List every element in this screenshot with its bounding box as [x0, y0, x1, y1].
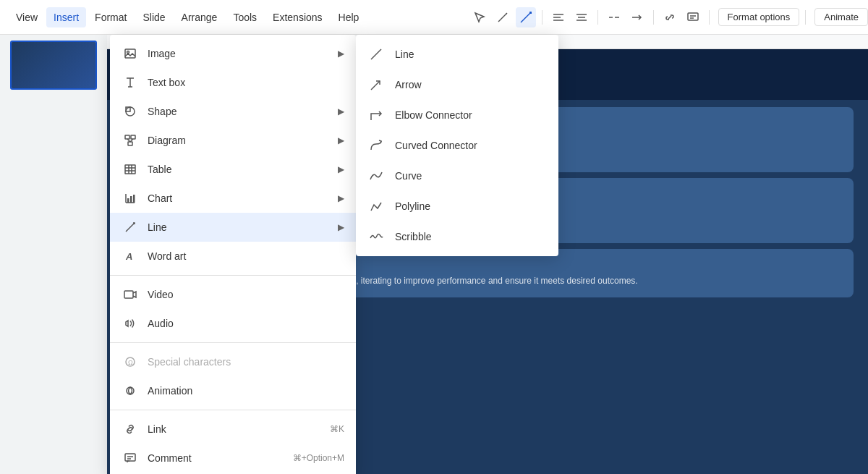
select-tool-btn[interactable]	[469, 7, 490, 27]
align-center-btn[interactable]	[571, 7, 592, 27]
insert-shape-arrow: ▶	[338, 106, 344, 117]
line-option-arrow-icon	[367, 76, 385, 93]
svg-rect-48	[127, 198, 129, 203]
insert-link-label: Link	[148, 423, 330, 435]
line-option-elbow-label: Elbow Connector	[395, 109, 472, 121]
svg-point-56	[127, 387, 134, 394]
line-option-elbow[interactable]: Elbow Connector	[356, 100, 558, 130]
image-icon	[122, 45, 139, 62]
svg-rect-57	[125, 454, 135, 461]
line-option-line-label: Line	[395, 48, 414, 60]
svg-text:Ω: Ω	[128, 359, 133, 366]
insert-table-arrow: ▶	[338, 164, 344, 174]
insert-dropdown-menu: Image ▶ Text box Shape ▶	[110, 35, 356, 474]
align-left-btn[interactable]	[548, 7, 569, 27]
line-submenu: Line Arrow Elbow Connector Curve	[356, 35, 558, 256]
arrow-style-btn[interactable]	[627, 7, 647, 27]
toolbar-divider-2	[597, 10, 598, 25]
insert-diagram-arrow: ▶	[338, 135, 344, 145]
insert-special-item: Ω Special characters	[110, 347, 356, 376]
svg-line-0	[498, 13, 507, 22]
line-option-polyline-label: Polyline	[395, 200, 430, 212]
line-tool-btn[interactable]	[493, 7, 513, 27]
slide-thumbnail-1[interactable]	[10, 41, 97, 90]
line-option-polyline[interactable]: Polyline	[356, 191, 558, 221]
line-option-scribble[interactable]: Scribble	[356, 221, 558, 252]
insert-video-label: Video	[148, 289, 344, 300]
svg-rect-29	[125, 49, 135, 58]
insert-comment-label: Comment	[148, 452, 293, 464]
chart-icon	[122, 190, 139, 207]
menu-slide[interactable]: Slide	[135, 7, 172, 27]
svg-text:A: A	[125, 251, 132, 262]
line-option-curved-connector[interactable]: Curved Connector	[356, 130, 558, 161]
menu-format[interactable]: Format	[88, 7, 134, 27]
insert-image-label: Image	[148, 48, 338, 59]
menu-help[interactable]: Help	[331, 7, 367, 27]
toolbar-divider-5	[805, 10, 806, 25]
line-option-arrow[interactable]: Arrow	[356, 69, 558, 100]
link-btn[interactable]	[660, 7, 680, 27]
line-option-curve-icon	[367, 167, 385, 185]
shape-icon	[122, 103, 139, 120]
line-option-line[interactable]: Line	[356, 39, 558, 69]
insert-comment-shortcut: ⌘+Option+M	[293, 453, 344, 463]
svg-line-2	[521, 12, 531, 22]
insert-animation-item[interactable]: Animation	[110, 376, 356, 405]
line-style-btn[interactable]	[604, 7, 624, 27]
insert-chart-label: Chart	[148, 192, 338, 204]
insert-line-arrow: ▶	[338, 222, 344, 232]
insert-shape-item[interactable]: Shape ▶	[110, 97, 356, 126]
line-option-elbow-icon	[367, 106, 385, 124]
insert-video-item[interactable]: Video	[110, 280, 356, 309]
comment-menu-icon	[122, 449, 139, 467]
svg-line-51	[126, 223, 135, 232]
menu-tools[interactable]: Tools	[226, 7, 264, 27]
line-option-curve[interactable]: Curve	[356, 161, 558, 191]
diagram-icon	[122, 132, 139, 149]
menu-extensions[interactable]: Extensions	[265, 7, 329, 27]
animate-btn[interactable]: Animate	[814, 8, 868, 26]
insert-diagram-item[interactable]: Diagram ▶	[110, 126, 356, 155]
insert-image-item[interactable]: Image ▶	[110, 39, 356, 68]
insert-image-arrow: ▶	[338, 48, 344, 59]
animation-icon	[122, 382, 139, 399]
insert-link-item[interactable]: Link ⌘K	[110, 415, 356, 444]
insert-chart-item[interactable]: Chart ▶	[110, 184, 356, 213]
line-option-scribble-label: Scribble	[395, 231, 432, 242]
insert-textbox-item[interactable]: Text box	[110, 68, 356, 97]
insert-chart-arrow: ▶	[338, 193, 344, 203]
menu-arrange[interactable]: Arrange	[174, 7, 225, 27]
svg-rect-41	[125, 165, 135, 174]
toolbar-divider-3	[653, 10, 654, 25]
toolbar-divider-4	[709, 10, 710, 25]
comment-btn[interactable]	[683, 7, 703, 27]
insert-special-label: Special characters	[148, 356, 344, 368]
menu-insert[interactable]: Insert	[46, 7, 86, 27]
svg-rect-36	[125, 135, 129, 139]
insert-line-label: Line	[148, 221, 338, 233]
slides-panel	[0, 35, 107, 474]
insert-line-item[interactable]: Line ▶	[110, 213, 356, 242]
format-options-btn[interactable]: Format options	[718, 8, 800, 26]
insert-shape-label: Shape	[148, 106, 338, 117]
svg-rect-50	[133, 195, 135, 203]
svg-rect-37	[131, 135, 135, 139]
insert-textbox-label: Text box	[148, 77, 344, 88]
line-option-curved-connector-icon	[367, 137, 385, 154]
insert-audio-item[interactable]: Audio	[110, 309, 356, 338]
pencil-tool-btn[interactable]	[516, 7, 536, 27]
insert-table-item[interactable]: Table ▶	[110, 155, 356, 184]
insert-audio-label: Audio	[148, 318, 344, 329]
special-icon: Ω	[122, 353, 139, 371]
line-option-curved-connector-label: Curved Connector	[395, 140, 477, 151]
insert-comment-item[interactable]: Comment ⌘+Option+M	[110, 444, 356, 473]
line-menu-icon	[122, 219, 139, 236]
insert-table-label: Table	[148, 164, 338, 175]
line-option-curve-label: Curve	[395, 170, 422, 182]
link-icon	[122, 420, 139, 438]
insert-wordart-item[interactable]: A Word art	[110, 242, 356, 271]
svg-line-61	[371, 81, 380, 90]
toolbar-divider-1	[542, 10, 542, 25]
menu-view[interactable]: View	[9, 7, 45, 27]
